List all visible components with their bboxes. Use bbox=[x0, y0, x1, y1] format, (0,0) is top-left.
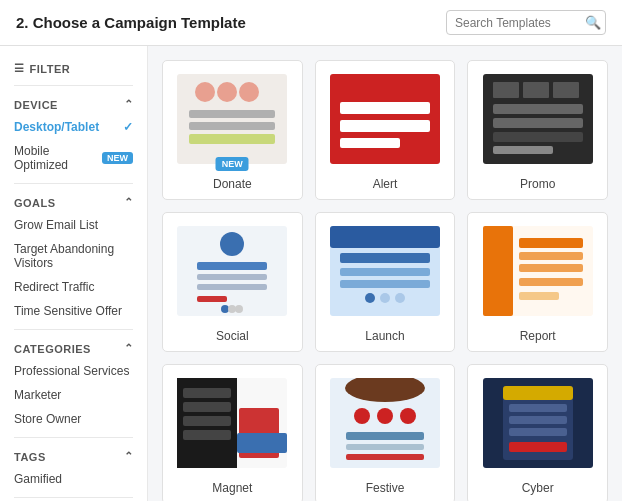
svg-rect-40 bbox=[519, 264, 583, 272]
svg-rect-39 bbox=[519, 252, 583, 260]
svg-rect-31 bbox=[340, 268, 430, 276]
desktop-label: Desktop/Tablet bbox=[14, 120, 99, 134]
svg-rect-10 bbox=[340, 138, 400, 148]
svg-rect-9 bbox=[340, 120, 430, 132]
svg-rect-21 bbox=[197, 262, 267, 270]
sidebar: ☰ FILTER Device ⌃ Desktop/Tablet ✓ Mobil… bbox=[0, 46, 148, 501]
svg-rect-7 bbox=[330, 74, 440, 164]
sidebar-item-desktop[interactable]: Desktop/Tablet ✓ bbox=[0, 115, 147, 139]
svg-point-20 bbox=[220, 232, 244, 256]
svg-point-1 bbox=[195, 82, 215, 102]
svg-rect-61 bbox=[503, 386, 573, 400]
svg-point-25 bbox=[221, 305, 229, 313]
template-card-social[interactable]: Social bbox=[162, 212, 303, 352]
sidebar-item-abandon[interactable]: Target Abandoning Visitors bbox=[0, 237, 147, 275]
template-name-magnet: Magnet bbox=[171, 481, 294, 495]
sidebar-item-store[interactable]: Store Owner bbox=[0, 407, 147, 431]
svg-point-33 bbox=[365, 293, 375, 303]
device-header[interactable]: Device ⌃ bbox=[0, 92, 147, 115]
svg-rect-23 bbox=[197, 284, 267, 290]
sidebar-item-time[interactable]: Time Sensitive Offer bbox=[0, 299, 147, 323]
template-card-launch[interactable]: Launch bbox=[315, 212, 456, 352]
sidebar-item-gamified[interactable]: Gamified bbox=[0, 467, 147, 491]
template-thumb-social bbox=[171, 221, 294, 321]
svg-rect-41 bbox=[519, 278, 583, 286]
template-card-promo[interactable]: Promo bbox=[467, 60, 608, 200]
svg-rect-56 bbox=[346, 432, 424, 440]
categories-chevron-icon: ⌃ bbox=[124, 342, 134, 355]
tags-chevron-icon: ⌃ bbox=[124, 450, 134, 463]
template-name-donate: Donate bbox=[171, 177, 294, 191]
svg-rect-22 bbox=[197, 274, 267, 280]
sidebar-item-marketer[interactable]: Marketer bbox=[0, 383, 147, 407]
svg-rect-45 bbox=[183, 388, 231, 398]
template-card-festive[interactable]: Festive bbox=[315, 364, 456, 501]
svg-point-3 bbox=[239, 82, 259, 102]
template-card-report[interactable]: Report bbox=[467, 212, 608, 352]
template-card-cyber[interactable]: Cyber bbox=[467, 364, 608, 501]
sidebar-item-mobile[interactable]: Mobile Optimized NEW bbox=[0, 139, 147, 177]
svg-rect-4 bbox=[189, 110, 275, 118]
svg-rect-18 bbox=[493, 146, 553, 154]
svg-rect-15 bbox=[493, 104, 583, 114]
goals-label: Goals bbox=[14, 197, 56, 209]
svg-point-27 bbox=[235, 305, 243, 313]
categories-label: Categories bbox=[14, 343, 91, 355]
svg-point-34 bbox=[380, 293, 390, 303]
content-area: ☰ FILTER Device ⌃ Desktop/Tablet ✓ Mobil… bbox=[0, 46, 622, 501]
svg-rect-48 bbox=[183, 430, 231, 440]
filter-divider bbox=[14, 85, 133, 86]
svg-rect-64 bbox=[509, 428, 567, 436]
template-name-social: Social bbox=[171, 329, 294, 343]
categories-header[interactable]: Categories ⌃ bbox=[0, 336, 147, 359]
svg-rect-17 bbox=[493, 132, 583, 142]
tags-divider bbox=[14, 497, 133, 498]
svg-rect-46 bbox=[183, 402, 231, 412]
sidebar-item-email[interactable]: Grow Email List bbox=[0, 213, 147, 237]
template-name-festive: Festive bbox=[324, 481, 447, 495]
template-card-alert[interactable]: Alert bbox=[315, 60, 456, 200]
svg-rect-62 bbox=[509, 404, 567, 412]
sidebar-item-professional[interactable]: Professional Services bbox=[0, 359, 147, 383]
mobile-new-badge: NEW bbox=[102, 152, 133, 164]
search-input[interactable] bbox=[455, 16, 585, 30]
template-card-magnet[interactable]: Magnet bbox=[162, 364, 303, 501]
filter-icon: ☰ bbox=[14, 62, 25, 75]
svg-rect-6 bbox=[189, 134, 275, 144]
template-thumb-magnet bbox=[171, 373, 294, 473]
sidebar-item-redirect[interactable]: Redirect Traffic bbox=[0, 275, 147, 299]
search-box[interactable]: 🔍 bbox=[446, 10, 606, 35]
svg-point-55 bbox=[400, 408, 416, 424]
svg-rect-38 bbox=[519, 238, 583, 248]
template-thumb-festive bbox=[324, 373, 447, 473]
svg-rect-8 bbox=[340, 102, 430, 114]
svg-rect-47 bbox=[183, 416, 231, 426]
search-icon: 🔍 bbox=[585, 15, 601, 30]
template-grid-container: NEW Donate Alert bbox=[148, 46, 622, 501]
template-name-alert: Alert bbox=[324, 177, 447, 191]
tags-header[interactable]: Tags ⌃ bbox=[0, 444, 147, 467]
page-container: 2. Choose a Campaign Template 🔍 ☰ FILTER… bbox=[0, 0, 622, 501]
template-name-promo: Promo bbox=[476, 177, 599, 191]
template-thumb-promo bbox=[476, 69, 599, 169]
svg-point-2 bbox=[217, 82, 237, 102]
donate-badge: NEW bbox=[216, 157, 249, 171]
svg-rect-30 bbox=[340, 253, 430, 263]
svg-rect-57 bbox=[346, 444, 424, 450]
template-name-launch: Launch bbox=[324, 329, 447, 343]
header: 2. Choose a Campaign Template 🔍 bbox=[0, 0, 622, 46]
template-thumb-report bbox=[476, 221, 599, 321]
check-icon: ✓ bbox=[123, 120, 133, 134]
svg-rect-12 bbox=[493, 82, 519, 98]
sidebar-section-device: Device ⌃ Desktop/Tablet ✓ Mobile Optimiz… bbox=[0, 92, 147, 177]
template-card-donate[interactable]: NEW Donate bbox=[162, 60, 303, 200]
svg-point-53 bbox=[354, 408, 370, 424]
goals-divider bbox=[14, 329, 133, 330]
mobile-label: Mobile Optimized bbox=[14, 144, 102, 172]
svg-rect-42 bbox=[519, 292, 559, 300]
svg-rect-29 bbox=[330, 226, 440, 248]
template-name-report: Report bbox=[476, 329, 599, 343]
svg-rect-5 bbox=[189, 122, 275, 130]
goals-chevron-icon: ⌃ bbox=[124, 196, 134, 209]
goals-header[interactable]: Goals ⌃ bbox=[0, 190, 147, 213]
